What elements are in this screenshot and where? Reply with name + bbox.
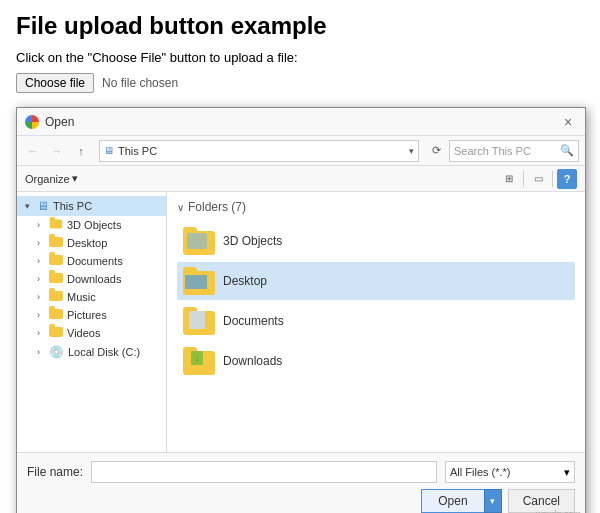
view-grid-button[interactable]: ⊞ bbox=[499, 169, 519, 189]
disk-icon: 💿 bbox=[49, 345, 64, 359]
filetype-select[interactable]: All Files (*.*) ▾ bbox=[445, 461, 575, 483]
filename-label: File name: bbox=[27, 465, 83, 479]
sidebar-item-pictures[interactable]: › Pictures bbox=[17, 306, 166, 324]
sidebar-label: Downloads bbox=[67, 273, 121, 285]
dialog-body: ▾ 🖥 This PC › 3D Objects › Desktop › bbox=[17, 192, 585, 452]
view-controls: ⊞ ▭ ? bbox=[499, 169, 577, 189]
help-button[interactable]: ? bbox=[557, 169, 577, 189]
expand-icon: › bbox=[37, 292, 47, 302]
footer-row-buttons: Open ▾ Cancel bbox=[27, 489, 575, 513]
folder-downloads-icon bbox=[49, 273, 63, 285]
address-dropdown-arrow: ▾ bbox=[409, 146, 414, 156]
open-dropdown-arrow-icon: ▾ bbox=[490, 496, 495, 506]
sidebar-item-documents[interactable]: › Documents bbox=[17, 252, 166, 270]
view-list-button[interactable]: ▭ bbox=[528, 169, 548, 189]
sidebar-label: Desktop bbox=[67, 237, 107, 249]
address-text: This PC bbox=[118, 145, 409, 157]
sidebar-item-local-disk[interactable]: › 💿 Local Disk (C:) bbox=[17, 342, 166, 362]
page-title: File upload button example bbox=[16, 12, 584, 40]
sidebar-label: Music bbox=[67, 291, 96, 303]
file-upload-row: Choose file No file chosen bbox=[16, 73, 584, 93]
expand-icon: › bbox=[37, 238, 47, 248]
dialog-main-content: ∨ Folders (7) 3D Objects Deskt bbox=[167, 192, 585, 452]
folder-icon bbox=[49, 255, 63, 267]
folder-documents-icon bbox=[183, 307, 215, 335]
folder-desktop-icon bbox=[183, 267, 215, 295]
organize-button[interactable]: Organize ▾ bbox=[25, 172, 78, 185]
view-divider bbox=[523, 171, 524, 187]
sidebar-item-3d-objects[interactable]: › 3D Objects bbox=[17, 216, 166, 234]
dialog-nav-toolbar: ← → ↑ 🖥 This PC ▾ ⟳ Search This PC 🔍 bbox=[17, 136, 585, 166]
address-bar[interactable]: 🖥 This PC ▾ bbox=[99, 140, 419, 162]
search-icon: 🔍 bbox=[560, 144, 574, 157]
filetype-text: All Files (*.*) bbox=[450, 466, 511, 478]
search-bar[interactable]: Search This PC 🔍 bbox=[449, 140, 579, 162]
chrome-logo-icon bbox=[25, 115, 39, 129]
folder-icon bbox=[49, 291, 63, 303]
sidebar-item-videos[interactable]: › Videos bbox=[17, 324, 166, 342]
pc-icon: 🖥 bbox=[37, 199, 49, 213]
folder-downloads-icon: ↓ bbox=[183, 347, 215, 375]
search-placeholder-text: Search This PC bbox=[454, 145, 560, 157]
page-instruction: Click on the "Choose File" button to upl… bbox=[16, 50, 584, 65]
folders-header: ∨ Folders (7) bbox=[177, 200, 575, 214]
footer-row-filename: File name: All Files (*.*) ▾ bbox=[27, 461, 575, 483]
open-dropdown-button[interactable]: ▾ bbox=[484, 489, 502, 513]
forward-button[interactable]: → bbox=[47, 141, 67, 161]
sidebar-item-desktop[interactable]: › Desktop bbox=[17, 234, 166, 252]
open-button-group: Open ▾ bbox=[421, 489, 501, 513]
no-file-label: No file chosen bbox=[102, 76, 178, 90]
list-item[interactable]: ↓ Downloads bbox=[177, 342, 575, 380]
dialog-chrome-icon bbox=[25, 115, 39, 129]
sidebar-label: This PC bbox=[53, 200, 92, 212]
expand-icon: › bbox=[37, 274, 47, 284]
dialog-sidebar: ▾ 🖥 This PC › 3D Objects › Desktop › bbox=[17, 192, 167, 452]
folder-name: Desktop bbox=[223, 274, 267, 288]
address-folder-icon: 🖥 bbox=[104, 145, 114, 156]
list-item[interactable]: 3D Objects bbox=[177, 222, 575, 260]
organize-arrow-icon: ▾ bbox=[72, 172, 78, 185]
sidebar-item-music[interactable]: › Music bbox=[17, 288, 166, 306]
expand-icon: ▾ bbox=[25, 201, 35, 211]
folder-icon bbox=[49, 309, 63, 321]
back-button[interactable]: ← bbox=[23, 141, 43, 161]
expand-icon: › bbox=[37, 310, 47, 320]
open-button[interactable]: Open bbox=[421, 489, 483, 513]
sidebar-item-downloads[interactable]: › Downloads bbox=[17, 270, 166, 288]
watermark-text: wsxdn.com bbox=[536, 509, 581, 513]
dialog-titlebar: Open × bbox=[17, 108, 585, 136]
sidebar-label: Pictures bbox=[67, 309, 107, 321]
sidebar-item-this-pc[interactable]: ▾ 🖥 This PC bbox=[17, 196, 166, 216]
refresh-button[interactable]: ⟳ bbox=[427, 142, 445, 160]
folder-name: 3D Objects bbox=[223, 234, 282, 248]
folder-name: Downloads bbox=[223, 354, 282, 368]
organize-label: Organize bbox=[25, 173, 70, 185]
folder-icon bbox=[49, 219, 63, 231]
folder-icon bbox=[49, 237, 63, 249]
list-item[interactable]: Desktop bbox=[177, 262, 575, 300]
folders-collapse-icon: ∨ bbox=[177, 202, 184, 213]
open-file-dialog: Open × ← → ↑ 🖥 This PC ▾ ⟳ Search This P… bbox=[16, 107, 586, 513]
folder-3d-objects-icon bbox=[183, 227, 215, 255]
filename-input[interactable] bbox=[91, 461, 437, 483]
choose-file-button[interactable]: Choose file bbox=[16, 73, 94, 93]
up-button[interactable]: ↑ bbox=[71, 141, 91, 161]
view-divider-2 bbox=[552, 171, 553, 187]
list-item[interactable]: Documents bbox=[177, 302, 575, 340]
sidebar-label: Documents bbox=[67, 255, 123, 267]
filetype-dropdown-icon: ▾ bbox=[564, 466, 570, 479]
sidebar-label: 3D Objects bbox=[67, 219, 121, 231]
folder-icon bbox=[49, 327, 63, 339]
sidebar-label: Local Disk (C:) bbox=[68, 346, 140, 358]
dialog-secondary-toolbar: Organize ▾ ⊞ ▭ ? bbox=[17, 166, 585, 192]
expand-icon: › bbox=[37, 256, 47, 266]
sidebar-label: Videos bbox=[67, 327, 100, 339]
dialog-footer: File name: All Files (*.*) ▾ Open ▾ Canc… bbox=[17, 452, 585, 513]
expand-icon: › bbox=[37, 347, 47, 357]
expand-icon: › bbox=[37, 328, 47, 338]
expand-icon: › bbox=[37, 220, 47, 230]
folder-name: Documents bbox=[223, 314, 284, 328]
dialog-close-button[interactable]: × bbox=[559, 113, 577, 131]
dialog-title: Open bbox=[45, 115, 559, 129]
folders-header-text: Folders (7) bbox=[188, 200, 246, 214]
